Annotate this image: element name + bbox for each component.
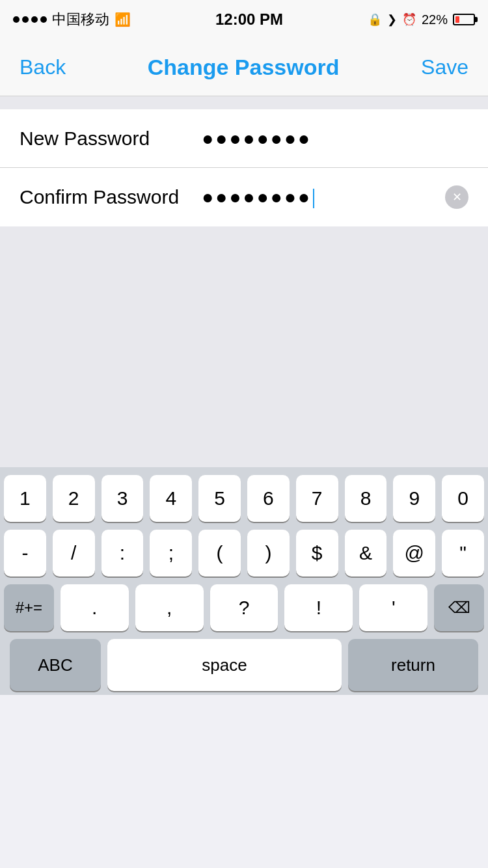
battery-fill xyxy=(455,16,459,23)
wifi-icon: 📶 xyxy=(115,12,131,27)
battery-icon xyxy=(453,14,475,25)
key-period[interactable]: . xyxy=(61,584,129,631)
key-space[interactable]: space xyxy=(107,639,342,691)
key-5[interactable]: 5 xyxy=(198,475,241,522)
key-return[interactable]: return xyxy=(348,639,478,691)
page-title: Change Password xyxy=(148,55,340,80)
key-dollar[interactable]: $ xyxy=(296,530,338,576)
key-delete[interactable]: ⌫ xyxy=(434,584,484,631)
key-semicolon[interactable]: ; xyxy=(150,530,192,576)
new-password-row[interactable]: New Password ●●●●●●●● xyxy=(0,109,488,168)
key-question[interactable]: ? xyxy=(210,584,278,631)
clear-icon[interactable]: ✕ xyxy=(445,185,468,209)
key-hashtag[interactable]: #+= xyxy=(4,584,54,631)
key-exclaim[interactable]: ! xyxy=(284,584,353,631)
signal-dot-2 xyxy=(22,16,29,23)
location-icon: ❯ xyxy=(387,12,397,27)
keyboard-row-numbers: 1 2 3 4 5 6 7 8 9 0 xyxy=(4,475,484,522)
key-colon[interactable]: : xyxy=(102,530,144,576)
keyboard-row-symbols: - / : ; ( ) $ & @ " xyxy=(4,530,484,576)
confirm-password-value: ●●●●●●●● xyxy=(202,186,445,208)
status-left: 中国移动 📶 xyxy=(13,10,131,29)
key-8[interactable]: 8 xyxy=(345,475,387,522)
key-ampersand[interactable]: & xyxy=(345,530,387,576)
signal-dot-1 xyxy=(13,16,20,23)
text-cursor xyxy=(313,189,314,208)
keyboard-row-special: #+= . , ? ! ' ⌫ xyxy=(4,584,484,631)
key-minus[interactable]: - xyxy=(4,530,46,576)
key-9[interactable]: 9 xyxy=(393,475,435,522)
key-open-paren[interactable]: ( xyxy=(198,530,241,576)
nav-bar: Back Change Password Save xyxy=(0,39,488,96)
signal-dots xyxy=(13,16,47,23)
key-slash[interactable]: / xyxy=(53,530,95,576)
key-abc[interactable]: ABC xyxy=(10,639,101,691)
new-password-value: ●●●●●●●● xyxy=(202,128,468,150)
status-bar: 中国移动 📶 12:00 PM 🔒 ❯ ⏰ 22% xyxy=(0,0,488,39)
signal-dot-4 xyxy=(40,16,47,23)
empty-area xyxy=(0,226,488,467)
key-comma[interactable]: , xyxy=(135,584,204,631)
form-body: New Password ●●●●●●●● Confirm Password ●… xyxy=(0,109,488,226)
key-6[interactable]: 6 xyxy=(247,475,290,522)
key-3[interactable]: 3 xyxy=(102,475,144,522)
key-1[interactable]: 1 xyxy=(4,475,46,522)
alarm-icon: ⏰ xyxy=(402,12,416,27)
confirm-password-row[interactable]: Confirm Password ●●●●●●●● ✕ xyxy=(0,168,488,226)
keyboard-row-bottom: ABC space return xyxy=(4,639,484,691)
form-top-spacer xyxy=(0,96,488,109)
keyboard[interactable]: 1 2 3 4 5 6 7 8 9 0 - / : ; ( ) $ & @ " … xyxy=(0,467,488,695)
key-quote[interactable]: " xyxy=(442,530,484,576)
status-time: 12:00 PM xyxy=(215,10,283,29)
carrier-text: 中国移动 xyxy=(52,10,109,29)
signal-dot-3 xyxy=(31,16,38,23)
key-at[interactable]: @ xyxy=(393,530,435,576)
key-close-paren[interactable]: ) xyxy=(247,530,290,576)
key-7[interactable]: 7 xyxy=(296,475,338,522)
lock-icon: 🔒 xyxy=(368,12,382,27)
key-0[interactable]: 0 xyxy=(442,475,484,522)
new-password-label: New Password xyxy=(20,128,202,150)
battery-percent: 22% xyxy=(422,12,448,27)
key-apostrophe[interactable]: ' xyxy=(359,584,427,631)
save-button[interactable]: Save xyxy=(421,55,468,79)
back-button[interactable]: Back xyxy=(20,55,66,79)
confirm-password-label: Confirm Password xyxy=(20,186,202,208)
key-2[interactable]: 2 xyxy=(53,475,95,522)
key-4[interactable]: 4 xyxy=(150,475,192,522)
status-right: 🔒 ❯ ⏰ 22% xyxy=(368,12,475,27)
